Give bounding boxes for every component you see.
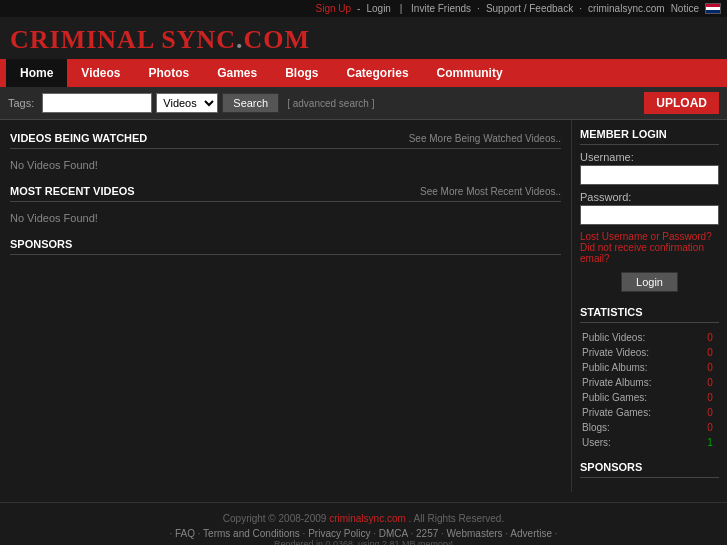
search-type-select[interactable]: Videos Photos Games Blogs Users (156, 93, 218, 113)
password-input[interactable] (580, 205, 719, 225)
stats-value: 0 (707, 346, 717, 359)
separator4: · (579, 3, 582, 14)
no-confirmation-link[interactable]: Did not receive confirmation email? (580, 242, 719, 264)
password-label: Password: (580, 191, 719, 203)
domain-link[interactable]: criminalsync.com (588, 3, 665, 14)
stats-label: Public Games: (582, 391, 705, 404)
stats-label: Users: (582, 436, 705, 449)
sponsors-left-content (10, 259, 561, 339)
invite-link[interactable]: Invite Friends (411, 3, 471, 14)
stats-value: 0 (707, 361, 717, 374)
nav-community[interactable]: Community (423, 59, 517, 87)
nav-photos[interactable]: Photos (134, 59, 203, 87)
signup-link[interactable]: Sign Up (316, 3, 352, 14)
sponsors-left-header: SPONSORS (10, 234, 561, 255)
stats-value: 0 (707, 406, 717, 419)
nav-categories[interactable]: Categories (333, 59, 423, 87)
stats-row: Private Videos:0 (582, 346, 717, 359)
login-links: Lost Username or Password? Did not recei… (580, 231, 719, 264)
stats-row: Blogs:0 (582, 421, 717, 434)
stats-label: Public Videos: (582, 331, 705, 344)
main-content: VIDEOS BEING WATCHED See More Being Watc… (0, 120, 572, 492)
footer-2257-link[interactable]: 2257 (416, 528, 438, 539)
see-more-watched-link[interactable]: See More Being Watched Videos.. (409, 133, 561, 144)
footer-privacy-link[interactable]: Privacy Policy (308, 528, 370, 539)
stats-value: 0 (707, 421, 717, 434)
stats-value: 0 (707, 376, 717, 389)
stats-row: Public Games:0 (582, 391, 717, 404)
separator2: | (397, 3, 405, 14)
copyright-text: Copyright © 2008-2009 criminalsync.com .… (10, 513, 717, 524)
footer-links: · FAQ · Terms and Conditions · Privacy P… (10, 528, 717, 539)
header: Criminal Sync.Com (0, 17, 727, 59)
stats-row: Public Albums:0 (582, 361, 717, 374)
nav-bar: Home Videos Photos Games Blogs Categorie… (0, 59, 727, 87)
most-recent-videos-header: MOST RECENT VIDEOS See More Most Recent … (10, 181, 561, 202)
stats-label: Blogs: (582, 421, 705, 434)
separator: - (357, 3, 360, 14)
username-label: Username: (580, 151, 719, 163)
notice-text: Notice (671, 3, 699, 14)
stats-label: Private Videos: (582, 346, 705, 359)
footer-terms-link[interactable]: Terms and Conditions (203, 528, 300, 539)
flag-icon (705, 3, 721, 14)
nav-videos[interactable]: Videos (67, 59, 134, 87)
most-recent-videos-title: MOST RECENT VIDEOS (10, 185, 135, 197)
footer-site-link[interactable]: criminalsync.com (329, 513, 406, 524)
username-input[interactable] (580, 165, 719, 185)
stats-row: Users:1 (582, 436, 717, 449)
footer-webmasters-link[interactable]: Webmasters (447, 528, 503, 539)
statistics-table: Public Videos:0Private Videos:0Public Al… (580, 329, 719, 451)
footer-dmca-link[interactable]: DMCA (379, 528, 408, 539)
tag-input[interactable] (42, 93, 152, 113)
logo-com: Com (244, 25, 311, 54)
logo-text: Criminal Sync (10, 25, 236, 54)
stats-value: 0 (707, 331, 717, 344)
stats-label: Private Albums: (582, 376, 705, 389)
support-link[interactable]: Support / Feedback (486, 3, 573, 14)
footer: Copyright © 2008-2009 criminalsync.com .… (0, 502, 727, 545)
nav-home[interactable]: Home (6, 59, 67, 87)
login-box: Username: Password: Lost Username or Pas… (580, 151, 719, 292)
render-info: Rendered in 0.0368. using 2.81 MB memory… (10, 539, 717, 545)
stats-row: Public Videos:0 (582, 331, 717, 344)
login-link[interactable]: Login (366, 3, 390, 14)
stats-value: 1 (707, 436, 717, 449)
stats-row: Private Games:0 (582, 406, 717, 419)
sponsors-right-title: SPONSORS (580, 461, 719, 478)
statistics-title: STATISTICS (580, 306, 719, 323)
login-button[interactable]: Login (621, 272, 678, 292)
no-videos-recent: No Videos Found! (10, 206, 561, 234)
sponsors-left-title: SPONSORS (10, 238, 72, 250)
stats-row: Private Albums:0 (582, 376, 717, 389)
tags-label: Tags: (8, 97, 34, 109)
sidebar: MEMBER LOGIN Username: Password: Lost Us… (572, 120, 727, 492)
stats-value: 0 (707, 391, 717, 404)
videos-being-watched-title: VIDEOS BEING WATCHED (10, 132, 147, 144)
search-bar: Tags: Videos Photos Games Blogs Users Se… (0, 87, 727, 120)
videos-being-watched-header: VIDEOS BEING WATCHED See More Being Watc… (10, 128, 561, 149)
footer-advertise-link[interactable]: Advertise (510, 528, 552, 539)
footer-faq-link[interactable]: FAQ (175, 528, 195, 539)
advanced-search-link[interactable]: [ advanced search ] (287, 98, 374, 109)
main-layout: VIDEOS BEING WATCHED See More Being Watc… (0, 120, 727, 492)
search-button[interactable]: Search (222, 93, 279, 113)
stats-label: Private Games: (582, 406, 705, 419)
nav-blogs[interactable]: Blogs (271, 59, 332, 87)
member-login-title: MEMBER LOGIN (580, 128, 719, 145)
see-more-recent-link[interactable]: See More Most Recent Videos.. (420, 186, 561, 197)
site-logo[interactable]: Criminal Sync.Com (10, 25, 717, 55)
no-videos-watched: No Videos Found! (10, 153, 561, 181)
stats-label: Public Albums: (582, 361, 705, 374)
separator3: · (477, 3, 480, 14)
logo-dot: . (236, 25, 244, 54)
nav-games[interactable]: Games (203, 59, 271, 87)
upload-button[interactable]: UPLOAD (644, 92, 719, 114)
top-bar: Sign Up - Login | Invite Friends · Suppo… (0, 0, 727, 17)
lost-credentials-link[interactable]: Lost Username or Password? (580, 231, 719, 242)
